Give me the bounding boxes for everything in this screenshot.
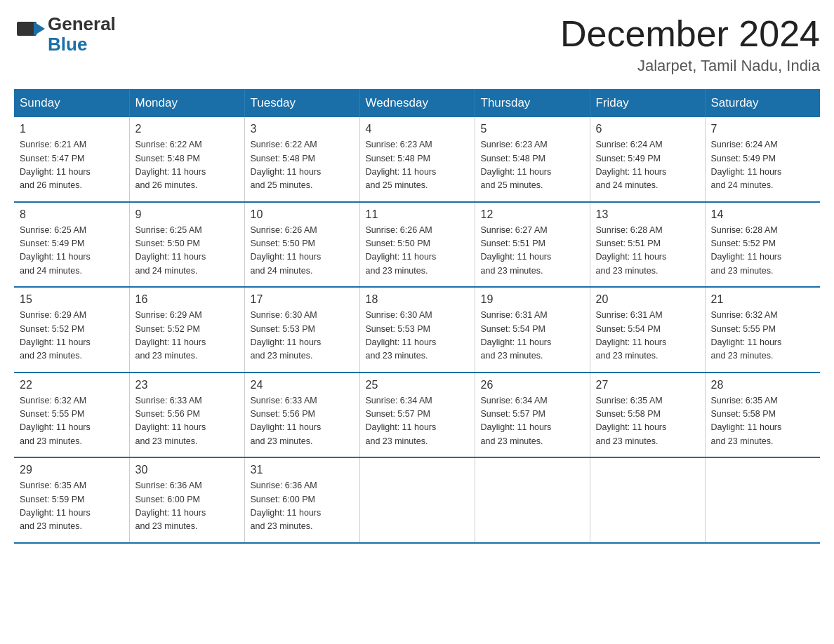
calendar-cell-w3-d6: 20 Sunrise: 6:31 AM Sunset: 5:54 PM Dayl… xyxy=(590,287,705,373)
calendar-cell-w4-d4: 25 Sunrise: 6:34 AM Sunset: 5:57 PM Dayl… xyxy=(359,373,475,458)
logo: General Blue xyxy=(14,14,116,54)
calendar-cell-w5-d4 xyxy=(359,457,475,543)
svg-marker-1 xyxy=(34,22,45,36)
day-number: 7 xyxy=(711,123,815,135)
day-info: Sunrise: 6:29 AM Sunset: 5:52 PM Dayligh… xyxy=(135,309,239,363)
calendar-week-4: 22 Sunrise: 6:32 AM Sunset: 5:55 PM Dayl… xyxy=(14,373,820,458)
day-number: 19 xyxy=(481,293,584,306)
calendar-cell-w3-d3: 17 Sunrise: 6:30 AM Sunset: 5:53 PM Dayl… xyxy=(244,287,359,373)
col-friday: Friday xyxy=(590,89,705,117)
calendar-cell-w2-d6: 13 Sunrise: 6:28 AM Sunset: 5:51 PM Dayl… xyxy=(590,202,705,288)
calendar-cell-w4-d1: 22 Sunrise: 6:32 AM Sunset: 5:55 PM Dayl… xyxy=(14,373,129,458)
logo-general-text: General xyxy=(48,14,116,34)
day-number: 22 xyxy=(20,379,124,391)
day-info: Sunrise: 6:25 AM Sunset: 5:50 PM Dayligh… xyxy=(135,224,239,279)
day-info: Sunrise: 6:22 AM Sunset: 5:48 PM Dayligh… xyxy=(251,138,354,193)
day-number: 21 xyxy=(711,293,815,306)
day-info: Sunrise: 6:28 AM Sunset: 5:52 PM Dayligh… xyxy=(711,224,815,279)
col-sunday: Sunday xyxy=(14,89,129,117)
calendar-cell-w1-d5: 5 Sunrise: 6:23 AM Sunset: 5:48 PM Dayli… xyxy=(475,117,590,202)
day-number: 25 xyxy=(366,379,469,391)
col-wednesday: Wednesday xyxy=(359,89,475,117)
day-number: 17 xyxy=(251,293,354,306)
day-info: Sunrise: 6:23 AM Sunset: 5:48 PM Dayligh… xyxy=(481,138,584,193)
calendar-cell-w1-d7: 7 Sunrise: 6:24 AM Sunset: 5:49 PM Dayli… xyxy=(705,117,820,202)
day-info: Sunrise: 6:32 AM Sunset: 5:55 PM Dayligh… xyxy=(20,394,124,449)
calendar-cell-w3-d7: 21 Sunrise: 6:32 AM Sunset: 5:55 PM Dayl… xyxy=(705,287,820,373)
calendar-cell-w5-d6 xyxy=(590,457,705,543)
calendar-cell-w5-d1: 29 Sunrise: 6:35 AM Sunset: 5:59 PM Dayl… xyxy=(14,457,129,543)
calendar-cell-w3-d4: 18 Sunrise: 6:30 AM Sunset: 5:53 PM Dayl… xyxy=(359,287,475,373)
day-number: 2 xyxy=(135,123,239,135)
logo-blue-text: Blue xyxy=(48,34,116,55)
day-info: Sunrise: 6:29 AM Sunset: 5:52 PM Dayligh… xyxy=(20,309,124,363)
calendar-week-2: 8 Sunrise: 6:25 AM Sunset: 5:49 PM Dayli… xyxy=(14,202,820,288)
day-number: 3 xyxy=(251,123,354,135)
calendar-cell-w3-d1: 15 Sunrise: 6:29 AM Sunset: 5:52 PM Dayl… xyxy=(14,287,129,373)
calendar-week-1: 1 Sunrise: 6:21 AM Sunset: 5:47 PM Dayli… xyxy=(14,117,820,202)
day-number: 26 xyxy=(481,379,584,391)
logo-icon xyxy=(14,18,48,51)
col-monday: Monday xyxy=(129,89,244,117)
day-number: 9 xyxy=(135,208,239,221)
day-info: Sunrise: 6:36 AM Sunset: 6:00 PM Dayligh… xyxy=(135,479,239,534)
day-info: Sunrise: 6:27 AM Sunset: 5:51 PM Dayligh… xyxy=(481,224,584,279)
day-number: 8 xyxy=(20,208,124,221)
calendar-cell-w5-d3: 31 Sunrise: 6:36 AM Sunset: 6:00 PM Dayl… xyxy=(244,457,359,543)
calendar-cell-w2-d3: 10 Sunrise: 6:26 AM Sunset: 5:50 PM Dayl… xyxy=(244,202,359,288)
day-number: 30 xyxy=(135,464,239,476)
day-number: 5 xyxy=(481,123,584,135)
calendar-cell-w4-d6: 27 Sunrise: 6:35 AM Sunset: 5:58 PM Dayl… xyxy=(590,373,705,458)
calendar-cell-w4-d5: 26 Sunrise: 6:34 AM Sunset: 5:57 PM Dayl… xyxy=(475,373,590,458)
calendar-cell-w4-d3: 24 Sunrise: 6:33 AM Sunset: 5:56 PM Dayl… xyxy=(244,373,359,458)
calendar-week-5: 29 Sunrise: 6:35 AM Sunset: 5:59 PM Dayl… xyxy=(14,457,820,543)
day-number: 14 xyxy=(711,208,815,221)
day-number: 28 xyxy=(711,379,815,391)
calendar-cell-w5-d5 xyxy=(475,457,590,543)
calendar-cell-w2-d4: 11 Sunrise: 6:26 AM Sunset: 5:50 PM Dayl… xyxy=(359,202,475,288)
col-saturday: Saturday xyxy=(705,89,820,117)
calendar-cell-w4-d2: 23 Sunrise: 6:33 AM Sunset: 5:56 PM Dayl… xyxy=(129,373,244,458)
calendar-cell-w1-d4: 4 Sunrise: 6:23 AM Sunset: 5:48 PM Dayli… xyxy=(359,117,475,202)
location-subtitle: Jalarpet, Tamil Nadu, India xyxy=(560,57,820,75)
day-info: Sunrise: 6:34 AM Sunset: 5:57 PM Dayligh… xyxy=(481,394,584,449)
day-info: Sunrise: 6:26 AM Sunset: 5:50 PM Dayligh… xyxy=(251,224,354,279)
calendar-header-row: Sunday Monday Tuesday Wednesday Thursday… xyxy=(14,89,820,117)
day-info: Sunrise: 6:36 AM Sunset: 6:00 PM Dayligh… xyxy=(251,479,354,534)
day-info: Sunrise: 6:26 AM Sunset: 5:50 PM Dayligh… xyxy=(366,224,469,279)
day-info: Sunrise: 6:34 AM Sunset: 5:57 PM Dayligh… xyxy=(366,394,469,449)
day-info: Sunrise: 6:33 AM Sunset: 5:56 PM Dayligh… xyxy=(135,394,239,449)
day-number: 15 xyxy=(20,293,124,306)
day-number: 4 xyxy=(366,123,469,135)
day-info: Sunrise: 6:35 AM Sunset: 5:58 PM Dayligh… xyxy=(596,394,699,449)
calendar-cell-w2-d7: 14 Sunrise: 6:28 AM Sunset: 5:52 PM Dayl… xyxy=(705,202,820,288)
calendar-cell-w1-d3: 3 Sunrise: 6:22 AM Sunset: 5:48 PM Dayli… xyxy=(244,117,359,202)
day-info: Sunrise: 6:22 AM Sunset: 5:48 PM Dayligh… xyxy=(135,138,239,193)
day-info: Sunrise: 6:23 AM Sunset: 5:48 PM Dayligh… xyxy=(366,138,469,193)
day-info: Sunrise: 6:24 AM Sunset: 5:49 PM Dayligh… xyxy=(711,138,815,193)
day-number: 6 xyxy=(596,123,699,135)
day-info: Sunrise: 6:35 AM Sunset: 5:59 PM Dayligh… xyxy=(20,479,124,534)
day-info: Sunrise: 6:30 AM Sunset: 5:53 PM Dayligh… xyxy=(366,309,469,363)
day-info: Sunrise: 6:32 AM Sunset: 5:55 PM Dayligh… xyxy=(711,309,815,363)
day-info: Sunrise: 6:31 AM Sunset: 5:54 PM Dayligh… xyxy=(596,309,699,363)
day-info: Sunrise: 6:35 AM Sunset: 5:58 PM Dayligh… xyxy=(711,394,815,449)
day-info: Sunrise: 6:30 AM Sunset: 5:53 PM Dayligh… xyxy=(251,309,354,363)
calendar-cell-w1-d2: 2 Sunrise: 6:22 AM Sunset: 5:48 PM Dayli… xyxy=(129,117,244,202)
day-number: 18 xyxy=(366,293,469,306)
col-thursday: Thursday xyxy=(475,89,590,117)
day-number: 10 xyxy=(251,208,354,221)
calendar-cell-w1-d6: 6 Sunrise: 6:24 AM Sunset: 5:49 PM Dayli… xyxy=(590,117,705,202)
day-number: 11 xyxy=(366,208,469,221)
day-number: 1 xyxy=(20,123,124,135)
day-info: Sunrise: 6:25 AM Sunset: 5:49 PM Dayligh… xyxy=(20,224,124,279)
calendar-cell-w2-d1: 8 Sunrise: 6:25 AM Sunset: 5:49 PM Dayli… xyxy=(14,202,129,288)
calendar-week-3: 15 Sunrise: 6:29 AM Sunset: 5:52 PM Dayl… xyxy=(14,287,820,373)
month-title: December 2024 xyxy=(560,14,820,54)
col-tuesday: Tuesday xyxy=(244,89,359,117)
day-number: 16 xyxy=(135,293,239,306)
day-number: 27 xyxy=(596,379,699,391)
page-header: General Blue December 2024 Jalarpet, Tam… xyxy=(14,14,820,75)
day-number: 23 xyxy=(135,379,239,391)
svg-rect-0 xyxy=(17,22,37,36)
